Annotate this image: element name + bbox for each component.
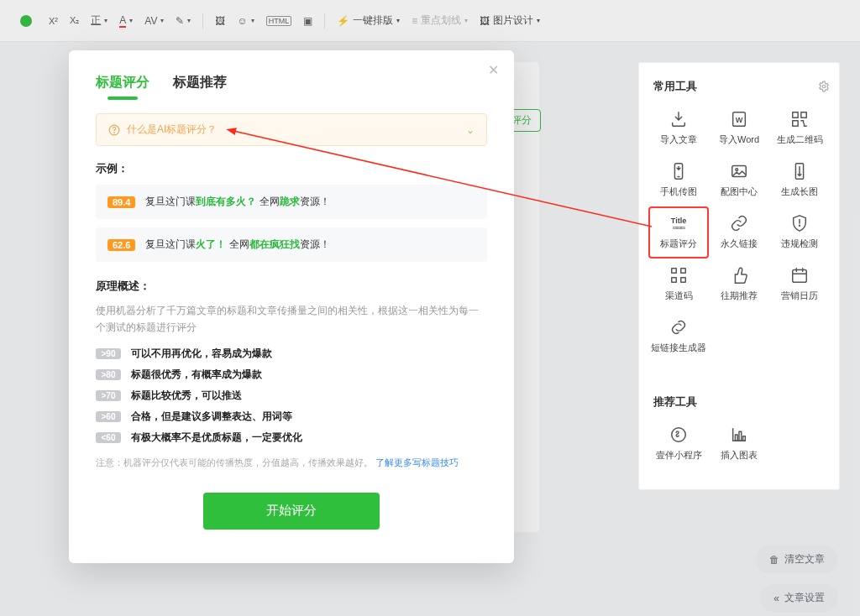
svg-point-21	[114, 132, 115, 133]
info-banner[interactable]: 什么是AI标题评分？ ⌄	[96, 113, 487, 146]
svg-text:W: W	[736, 115, 743, 123]
close-icon[interactable]: ✕	[488, 62, 499, 78]
tool-label: 短链接生成器	[651, 342, 706, 354]
svg-rect-14	[681, 277, 686, 282]
tool-label: 标题评分	[660, 238, 697, 250]
info-title: 什么是AI标题评分？	[127, 123, 217, 137]
principle-row: >60合格，但是建议多调整表达、用词等	[96, 410, 487, 424]
tool-label: 永久链接	[721, 238, 758, 250]
sidebar-title: 常用工具	[653, 79, 697, 94]
example-label: 示例：	[96, 161, 487, 176]
principle-text: 标题很优秀，有概率成为爆款	[131, 368, 262, 382]
principle-desc: 使用机器分析了千万篇文章的标题和文章传播量之间的相关性，根据这一相关性为每一个测…	[96, 302, 487, 337]
shield-icon	[789, 216, 810, 234]
svg-rect-3	[793, 112, 798, 117]
svg-point-16	[672, 427, 686, 441]
tool-image[interactable]: 配图中心	[709, 154, 769, 206]
tool-calendar[interactable]: 营销日历	[769, 258, 830, 311]
question-icon	[108, 124, 120, 136]
tool-label: 配图中心	[721, 185, 758, 198]
range-badge: <60	[96, 432, 121, 443]
tool-label: 导入Word	[719, 133, 759, 146]
principle-text: 有极大概率不是优质标题，一定要优化	[131, 431, 302, 445]
tool-label: 违规检测	[781, 238, 818, 250]
tab-title-score[interactable]: 标题评分	[96, 74, 149, 98]
channel-icon	[668, 268, 690, 286]
tool-shield[interactable]: 违规检测	[769, 206, 830, 258]
principle-row: >80标题很优秀，有概率成为爆款	[96, 368, 487, 382]
principle-text: 合格，但是建议多调整表达、用词等	[131, 410, 292, 424]
principle-text: 可以不用再优化，容易成为爆款	[131, 347, 272, 361]
tool-title[interactable]: Title═══标题评分	[648, 206, 709, 258]
image-icon	[728, 164, 750, 182]
svg-rect-12	[681, 268, 686, 273]
tool-phone[interactable]: 手机传图	[648, 154, 709, 206]
tool-longimg[interactable]: 生成长图	[769, 154, 830, 206]
tool-label: 营销日历	[781, 290, 818, 302]
tool-label: 壹伴小程序	[656, 449, 702, 462]
svg-rect-5	[793, 120, 798, 125]
range-badge: >80	[96, 369, 121, 380]
tool-shortlink[interactable]: 短链接生成器	[648, 311, 709, 363]
longimg-icon	[789, 164, 810, 182]
link-icon	[728, 216, 750, 234]
score-badge: 62.6	[108, 239, 135, 251]
svg-point-10	[800, 225, 800, 226]
phone-icon	[668, 164, 690, 182]
tool-qr[interactable]: 生成二维码	[769, 102, 830, 154]
example-row: 62.6复旦这门课火了！ 全网都在疯狂找资源！	[96, 227, 487, 262]
range-badge: >70	[96, 390, 121, 401]
tool-link[interactable]: 永久链接	[709, 206, 769, 258]
shortlink-icon	[668, 320, 690, 338]
svg-rect-15	[793, 269, 807, 282]
tool-thumb[interactable]: 往期推荐	[709, 258, 769, 311]
thumb-icon	[728, 268, 750, 286]
chevron-down-icon: ⌄	[466, 124, 475, 136]
svg-point-8	[736, 168, 738, 170]
range-badge: >90	[96, 348, 121, 359]
tool-label: 往期推荐	[721, 290, 758, 302]
tool-label: 导入文章	[660, 133, 697, 146]
svg-rect-19	[743, 436, 746, 441]
calendar-icon	[789, 268, 810, 286]
title-icon: Title═══	[668, 216, 690, 234]
sidebar-rec-title: 推荐工具	[653, 394, 697, 410]
tool-label: 生成长图	[781, 185, 818, 198]
range-badge: >60	[96, 411, 121, 422]
example-row: 89.4复旦这门课到底有多火？ 全网跪求资源！	[96, 185, 487, 219]
tool-label: 手机传图	[660, 185, 697, 198]
example-text: 复旦这门课火了！ 全网都在疯狂找资源！	[145, 238, 329, 252]
note: 注意：机器评分仅代表可能的传播热度，分值越高，传播效果越好。 了解更多写标题技巧	[96, 457, 487, 469]
modal-tabs: 标题评分 标题推荐	[96, 74, 487, 98]
svg-rect-17	[735, 435, 737, 441]
download-icon	[668, 112, 690, 130]
example-text: 复旦这门课到底有多火？ 全网跪求资源！	[145, 195, 329, 209]
title-score-modal: ✕ 标题评分 标题推荐 什么是AI标题评分？ ⌄ 示例： 89.4复旦这门课到底…	[69, 50, 514, 563]
svg-point-0	[822, 85, 826, 88]
start-scoring-button[interactable]: 开始评分	[203, 493, 380, 530]
gear-icon[interactable]	[818, 81, 830, 92]
tab-title-recommend[interactable]: 标题推荐	[173, 74, 227, 98]
principle-row: <60有极大概率不是优质标题，一定要优化	[96, 431, 487, 445]
principle-row: >90可以不用再优化，容易成为爆款	[96, 347, 487, 361]
tool-word[interactable]: W导入Word	[709, 102, 769, 154]
tool-download[interactable]: 导入文章	[648, 102, 709, 154]
sidebar: 常用工具 导入文章W导入Word生成二维码手机传图配图中心生成长图Title══…	[638, 62, 840, 490]
word-icon: W	[728, 112, 750, 130]
principle-text: 标题比较优秀，可以推送	[131, 389, 242, 403]
score-badge: 89.4	[108, 196, 135, 208]
qr-icon	[789, 112, 810, 130]
tool-miniapp[interactable]: 壹伴小程序	[648, 418, 709, 470]
principle-row: >70标题比较优秀，可以推送	[96, 389, 487, 403]
chart-icon	[728, 427, 750, 446]
principle-label: 原理概述：	[96, 279, 487, 294]
svg-rect-4	[801, 112, 806, 117]
tool-label: 插入图表	[721, 449, 758, 462]
miniapp-icon	[668, 427, 690, 446]
svg-rect-11	[672, 268, 677, 273]
tool-label: 渠道码	[665, 290, 693, 302]
svg-rect-13	[672, 277, 677, 282]
note-link[interactable]: 了解更多写标题技巧	[375, 457, 459, 467]
tool-channel[interactable]: 渠道码	[648, 258, 709, 311]
tool-chart[interactable]: 插入图表	[709, 418, 769, 470]
